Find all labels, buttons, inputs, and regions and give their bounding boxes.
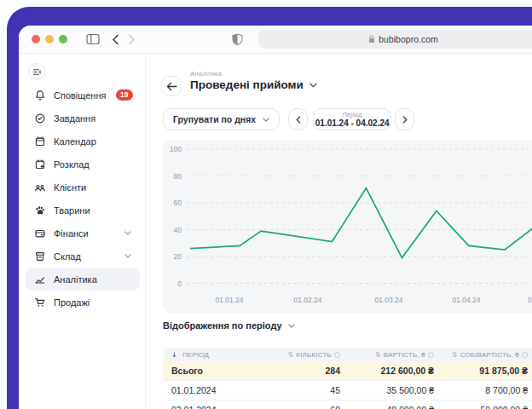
info-icon[interactable] <box>428 352 434 358</box>
sidebar-item-finance[interactable]: Фінанси <box>26 222 140 245</box>
analytics-icon <box>34 274 46 285</box>
column-header-3[interactable]: ⇅ВАРТІСТЬ, ₴ <box>340 351 434 359</box>
sidebar-item-analytics[interactable]: Аналітика <box>26 268 140 291</box>
sidebar-item-label: Розклад <box>54 159 90 170</box>
column-header-label: СОБІВАРТІСТЬ, ₴ <box>460 351 519 359</box>
y-axis-tick: 40 <box>174 226 182 234</box>
finance-icon <box>34 228 46 239</box>
table-cell: 45 <box>291 385 340 395</box>
display-by-period-label: Відображення по періоду <box>163 320 282 331</box>
column-header-2[interactable]: ⇅КІЛЬКІСТЬ <box>291 351 340 359</box>
table-header-row: ↓ПЕРІОД⇅КІЛЬКІСТЬ⇅ВАРТІСТЬ, ₴⇅СОБІВАРТІС… <box>163 348 532 361</box>
chevron-down-icon <box>124 254 131 258</box>
group-by-label: Групувати по днях <box>173 114 256 124</box>
table-row[interactable]: 02.01.20246048 000,00 ₴50 000,00 ₴ <box>163 400 532 409</box>
minimize-window-button[interactable] <box>45 35 54 43</box>
sidebar-item-label: Фінанси <box>54 228 89 239</box>
sidebar-item-label: Аналітика <box>54 274 97 285</box>
chart-card: 02040608010001.01.2401.02.2401.03.2401.0… <box>163 140 532 314</box>
display-by-period-dropdown[interactable]: Відображення по періоду <box>163 320 295 331</box>
sidebar-toggle-icon[interactable] <box>86 33 100 45</box>
column-header-label: КІЛЬКІСТЬ <box>296 351 332 359</box>
sidebar-item-label: Клієнти <box>54 182 86 193</box>
sidebar-item-label: Продажі <box>54 297 90 308</box>
page-background: bubibopro.com Сповіщення19ЗавданняКаленд… <box>0 0 532 409</box>
y-axis-tick: 20 <box>174 252 182 261</box>
period-table: ↓ПЕРІОД⇅КІЛЬКІСТЬ⇅ВАРТІСТЬ, ₴⇅СОБІВАРТІС… <box>163 348 532 409</box>
chevron-down-icon <box>124 231 131 235</box>
sidebar-item-sales[interactable]: Продажі <box>26 291 140 314</box>
table-cell: 50 000,00 ₴ <box>434 405 532 409</box>
app-area: Сповіщення19ЗавданняКалендарРозкладКлієн… <box>19 54 532 409</box>
sort-icon[interactable]: ⇅ <box>452 351 458 359</box>
zoom-window-button[interactable] <box>59 35 67 43</box>
chevron-down-icon <box>263 118 269 122</box>
group-by-dropdown[interactable]: Групувати по днях <box>163 108 280 130</box>
back-button[interactable] <box>161 76 182 96</box>
forward-icon[interactable] <box>128 34 136 45</box>
x-axis-tick: 0 <box>528 296 532 304</box>
sidebar-item-clients[interactable]: Клієнти <box>26 176 140 199</box>
table-row[interactable]: Всього284212 600,00 ₴91 875,00 ₴ <box>163 361 532 381</box>
sidebar-item-tasks[interactable]: Завдання <box>26 107 140 130</box>
main-content: Аналітика Проведені прийоми Групувати по… <box>146 54 532 409</box>
period-next-button[interactable] <box>395 108 414 130</box>
close-window-button[interactable] <box>32 35 40 43</box>
sidebar-item-notifications[interactable]: Сповіщення19 <box>26 84 140 107</box>
sidebar-item-stock[interactable]: Склад <box>26 245 140 268</box>
sort-icon[interactable]: ⇅ <box>375 351 381 359</box>
table-cell: 01.01.2024 <box>171 385 291 395</box>
table-cell: 91 875,00 ₴ <box>434 366 532 376</box>
clients-icon <box>34 181 46 193</box>
schedule-icon <box>34 158 46 170</box>
x-axis-tick: 01.04.24 <box>452 296 480 304</box>
table-cell: Всього <box>171 366 291 376</box>
shield-icon[interactable] <box>232 33 243 46</box>
column-header-4[interactable]: ⇅СОБІВАРТІСТЬ, ₴ <box>434 351 532 359</box>
notifications-badge: 19 <box>116 89 133 101</box>
table-row[interactable]: 01.01.20244535 500,00 ₴8 700,00 ₴ <box>163 381 532 400</box>
calendar-icon <box>34 135 46 147</box>
sidebar-item-label: Склад <box>54 251 81 262</box>
chevron-down-icon <box>309 83 317 88</box>
sidebar-item-animals[interactable]: Тварини <box>26 199 140 222</box>
period-selector[interactable]: Період 01.01.24 - 04.02.24 <box>313 108 391 130</box>
y-axis-tick: 0 <box>177 279 182 288</box>
bell-icon <box>34 89 46 101</box>
info-icon[interactable] <box>522 352 528 358</box>
task-check-icon <box>34 112 46 124</box>
sidebar-nav: Сповіщення19ЗавданняКалендарРозкладКлієн… <box>19 84 145 314</box>
table-cell: 60 <box>291 405 340 409</box>
x-axis-tick: 01.01.24 <box>215 296 243 304</box>
info-icon[interactable] <box>334 352 340 358</box>
sort-desc-icon[interactable]: ↓ <box>171 351 177 359</box>
x-axis-tick: 01.02.24 <box>293 296 321 304</box>
paw-icon <box>34 204 46 216</box>
chart-line-series <box>190 188 532 258</box>
sidebar-item-label: Тварини <box>54 205 90 216</box>
browser-window: bubibopro.com Сповіщення19ЗавданняКаленд… <box>19 26 532 409</box>
table-cell: 8 700,00 ₴ <box>434 385 532 395</box>
column-header-1[interactable]: ↓ПЕРІОД <box>171 351 291 359</box>
x-axis-tick: 01.03.24 <box>374 296 402 304</box>
table-cell: 284 <box>291 366 340 376</box>
y-axis-tick: 60 <box>174 199 182 207</box>
sidebar-item-label: Завдання <box>54 113 95 124</box>
filter-bar: Групувати по днях Період 01.01.24 - 04.0… <box>163 108 414 130</box>
url-text: bubibopro.com <box>379 34 437 44</box>
column-header-label: ПЕРІОД <box>182 351 209 359</box>
period-value: 01.01.24 - 04.02.24 <box>315 118 390 128</box>
sidebar-collapse-button[interactable] <box>28 63 45 80</box>
sidebar-item-calendar[interactable]: Календар <box>26 130 140 153</box>
table-body: Всього284212 600,00 ₴91 875,00 ₴01.01.20… <box>163 361 532 409</box>
sidebar-item-schedule[interactable]: Розклад <box>26 153 140 176</box>
period-label: Період <box>343 112 361 118</box>
period-prev-button[interactable] <box>288 108 308 130</box>
table-cell: 35 500,00 ₴ <box>340 385 434 395</box>
back-icon[interactable] <box>112 34 119 45</box>
page-title-row[interactable]: Проведені прийоми <box>190 78 317 91</box>
url-bar[interactable]: bubibopro.com <box>258 30 532 49</box>
page-title: Проведені прийоми <box>190 78 304 91</box>
sort-icon[interactable]: ⇅ <box>287 351 293 359</box>
sidebar-item-label: Сповіщення <box>54 90 106 101</box>
